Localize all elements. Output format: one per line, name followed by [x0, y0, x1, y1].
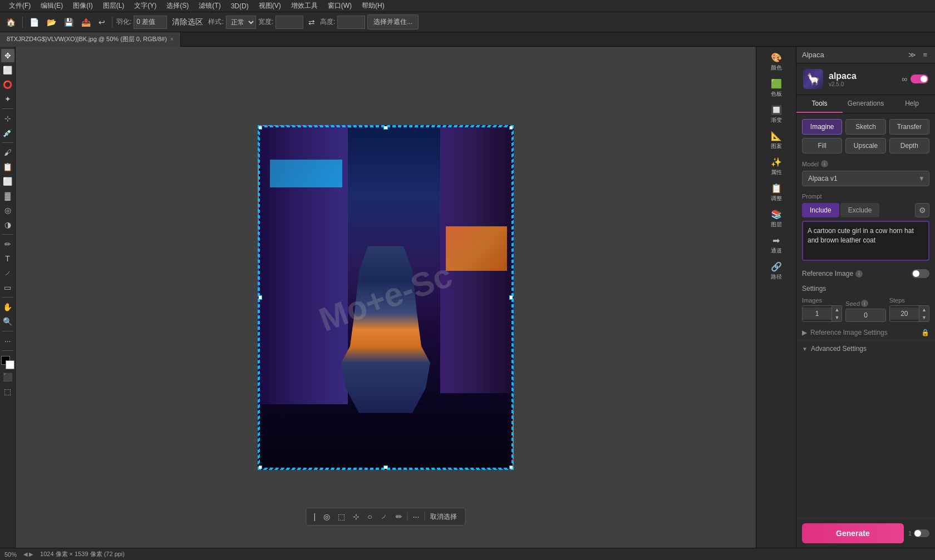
images-down-btn[interactable]: ▼ [832, 314, 842, 321]
generate-btn[interactable]: Generate [802, 523, 904, 543]
ref-image-settings-row[interactable]: ▶ Reference Image Settings 🔒 [796, 325, 935, 340]
pen-tool[interactable]: ✏ [1, 237, 14, 251]
steps-input[interactable] [890, 308, 919, 320]
model-select[interactable]: Alpaca v1 [802, 171, 929, 186]
clear-btn[interactable]: 清除选区 [169, 16, 206, 29]
menu-edit[interactable]: 编辑(E) [36, 0, 67, 12]
menu-layer[interactable]: 图层(L) [99, 0, 129, 12]
background-swatch[interactable] [6, 360, 14, 369]
menu-window[interactable]: 窗口(W) [323, 0, 356, 12]
magic-wand-tool[interactable]: ✦ [1, 92, 14, 106]
close-tab-btn[interactable]: × [170, 36, 174, 42]
ref-image-info-icon[interactable]: i [855, 270, 863, 277]
height-input[interactable] [337, 16, 365, 29]
panel-btn-channels[interactable]: ➡ 通道 [760, 233, 793, 257]
mode-imagine[interactable]: Imagine [802, 119, 842, 135]
canvas-tool-lasso[interactable]: ◎ [321, 511, 333, 523]
steps-down-btn[interactable]: ▼ [919, 314, 929, 321]
stamp-tool[interactable]: 📋 [1, 160, 14, 174]
alpaca-main-toggle[interactable] [911, 75, 928, 83]
feather-input[interactable] [134, 16, 167, 29]
shape-tool[interactable]: ▭ [1, 281, 14, 294]
path-tool[interactable]: ⟋ [1, 266, 14, 280]
menu-3d[interactable]: 3D(D) [227, 1, 253, 11]
prompt-magic-btn[interactable]: ⚙ [915, 203, 929, 217]
dodge-tool[interactable]: ◑ [1, 218, 14, 231]
mode-depth[interactable]: Depth [889, 138, 929, 153]
canvas-tool-cursor[interactable]: | [311, 511, 319, 523]
color-swatches[interactable] [1, 356, 14, 369]
mode-sketch[interactable]: Sketch [845, 119, 885, 135]
canvas-tool-circle[interactable]: ○ [365, 511, 375, 523]
advanced-settings-row[interactable]: ▼ Advanced Settings [796, 340, 935, 357]
quick-mask-btn[interactable]: ⬛ [1, 370, 14, 384]
ref-image-toggle[interactable] [912, 269, 929, 278]
eyedropper-tool[interactable]: 💉 [1, 126, 14, 140]
panel-btn-swatches[interactable]: 🟩 色板 [760, 76, 793, 100]
prompt-textarea[interactable] [802, 221, 929, 261]
screen-mode-btn[interactable]: ⬚ [1, 385, 14, 398]
images-input[interactable] [803, 308, 831, 320]
exclude-tab[interactable]: Exclude [840, 203, 880, 217]
new-doc-btn[interactable]: 📄 [27, 16, 42, 28]
width-input[interactable] [275, 16, 303, 29]
seed-input[interactable] [846, 309, 885, 321]
gradient-tool[interactable]: ▓ [1, 189, 14, 202]
panel-btn-pattern[interactable]: 📐 图案 [760, 128, 793, 152]
steps-up-btn[interactable]: ▲ [919, 306, 929, 314]
undo-btn[interactable]: ↩ [96, 16, 108, 28]
menu-text[interactable]: 文字(Y) [130, 0, 161, 12]
mode-fill[interactable]: Fill [802, 138, 842, 153]
nav-help[interactable]: Help [889, 95, 935, 113]
canvas-tool-path[interactable]: ⟋ [377, 511, 391, 523]
swap-btn[interactable]: ⇄ [306, 16, 318, 28]
panel-btn-gradient[interactable]: 🔲 渐变 [760, 102, 793, 126]
canvas-tool-transform[interactable]: ⊹ [350, 511, 362, 523]
alpaca-menu-btn[interactable]: ≡ [921, 50, 929, 60]
alpaca-collapse-btn[interactable]: ≫ [906, 50, 918, 60]
menu-filter[interactable]: 滤镜(T) [194, 0, 225, 12]
menu-view[interactable]: 视图(V) [254, 0, 286, 12]
images-up-btn[interactable]: ▲ [832, 306, 842, 314]
nav-tools[interactable]: Tools [796, 95, 843, 113]
eraser-tool[interactable]: ⬜ [1, 175, 14, 188]
export-btn[interactable]: 📤 [78, 16, 94, 28]
model-info-icon[interactable]: i [821, 160, 828, 167]
cancel-selection-btn[interactable]: 取消选择 [427, 511, 460, 523]
status-nav-right[interactable]: ▶ [29, 551, 33, 557]
lasso-tool[interactable]: ⭕ [1, 78, 14, 91]
panel-btn-paths[interactable]: 🔗 路径 [760, 259, 793, 283]
panel-btn-color[interactable]: 🎨 颜色 [760, 50, 793, 74]
nav-generations[interactable]: Generations [843, 95, 889, 113]
menu-help[interactable]: 帮助(H) [357, 0, 389, 12]
canvas-image[interactable]: Mo+e-Sc [258, 125, 514, 470]
menu-file[interactable]: 文件(F) [4, 0, 35, 12]
more-tools[interactable]: ··· [1, 334, 14, 348]
panel-btn-adjustments[interactable]: 📋 调整 [760, 181, 793, 205]
crop-tool[interactable]: ⊹ [1, 112, 14, 125]
menu-plugins[interactable]: 增效工具 [287, 0, 322, 12]
panel-btn-layers[interactable]: 📚 图层 [760, 207, 793, 231]
text-tool[interactable]: T [1, 252, 14, 265]
blur-tool[interactable]: ◎ [1, 204, 14, 217]
panel-btn-properties[interactable]: ✨ 属性 [760, 155, 793, 179]
zoom-tool[interactable]: 🔍 [1, 315, 14, 328]
doc-tab[interactable]: 8TXJRZD4G$}VLVW(XO)]BK.jpg @ 50% (图层 0, … [0, 32, 181, 47]
style-select[interactable]: 正常 [226, 16, 256, 29]
canvas-tool-more[interactable]: ··· [410, 511, 422, 523]
mode-upscale[interactable]: Upscale [845, 138, 885, 153]
save-btn[interactable]: 💾 [61, 16, 76, 28]
menu-image[interactable]: 图像(I) [68, 0, 97, 12]
canvas-tool-pen[interactable]: ✏ [393, 511, 405, 523]
open-btn[interactable]: 📂 [44, 16, 59, 28]
select-mask-btn[interactable]: 选择并遮住... [367, 14, 419, 29]
include-tab[interactable]: Include [802, 203, 839, 217]
hand-tool[interactable]: ✋ [1, 300, 14, 314]
move-tool[interactable]: ✥ [1, 49, 14, 62]
seed-info-icon[interactable]: i [861, 300, 868, 307]
menu-select[interactable]: 选择(S) [162, 0, 193, 12]
selection-tool[interactable]: ⬜ [1, 63, 14, 77]
footer-toggle[interactable] [914, 529, 929, 537]
mode-transfer[interactable]: Transfer [889, 119, 929, 135]
home-btn[interactable]: 🏠 [3, 16, 18, 28]
